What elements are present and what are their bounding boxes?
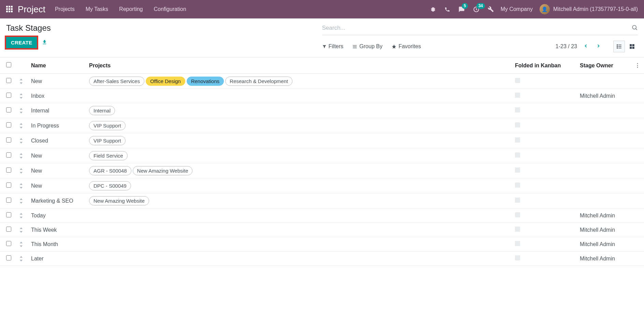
drag-handle-icon[interactable] [18, 138, 24, 144]
project-tag[interactable]: Renovations [187, 77, 224, 86]
table-row[interactable]: InternalInternal [0, 103, 644, 118]
table-row[interactable]: Marketing & SEONew Amazing Website [0, 193, 644, 208]
table-row[interactable]: NewDPC - S00049 [0, 178, 644, 193]
row-checkbox[interactable] [6, 122, 11, 127]
drag-handle-icon[interactable] [18, 168, 24, 174]
folded-indicator [515, 122, 520, 127]
row-checkbox[interactable] [6, 93, 11, 98]
row-checkbox[interactable] [6, 183, 11, 188]
nav-reporting[interactable]: Reporting [119, 6, 143, 12]
groupby-button[interactable]: Group By [352, 43, 383, 50]
stage-projects [86, 208, 512, 223]
table-row[interactable]: In ProgressVIP Support [0, 118, 644, 133]
table-row[interactable]: TodayMitchell Admin [0, 208, 644, 223]
drag-handle-icon[interactable] [18, 79, 24, 84]
svg-rect-1 [9, 6, 10, 8]
row-checkbox[interactable] [6, 212, 11, 217]
drag-handle-icon[interactable] [18, 227, 24, 233]
user-name: Mitchell Admin (17357797-15-0-all) [553, 6, 638, 12]
columns-menu-icon[interactable]: ⋮ [635, 63, 640, 68]
table-row[interactable]: InboxMitchell Admin [0, 89, 644, 103]
row-checkbox[interactable] [6, 137, 11, 143]
drag-handle-icon[interactable] [18, 198, 24, 204]
row-checkbox[interactable] [6, 152, 11, 158]
project-tag[interactable]: DPC - S00049 [89, 181, 131, 190]
drag-handle-icon[interactable] [18, 256, 24, 261]
pager-prev[interactable] [582, 42, 590, 51]
folded-indicator [515, 255, 520, 260]
stage-projects [86, 89, 512, 103]
project-tag[interactable]: VIP Support [89, 121, 126, 130]
svg-rect-21 [630, 44, 632, 46]
view-kanban-button[interactable] [626, 41, 638, 52]
drag-handle-icon[interactable] [18, 108, 24, 113]
table-row[interactable]: NewField Service [0, 148, 644, 163]
view-list-button[interactable] [613, 41, 625, 52]
row-checkbox[interactable] [6, 167, 11, 173]
table-row[interactable]: ClosedVIP Support [0, 133, 644, 148]
drag-handle-icon[interactable] [18, 123, 24, 129]
drag-handle-icon[interactable] [18, 93, 24, 99]
project-tag[interactable]: New Amazing Website [133, 166, 193, 175]
stage-owner: Mitchell Admin [576, 223, 631, 237]
tools-icon[interactable] [488, 6, 494, 12]
col-owner[interactable]: Stage Owner [576, 57, 631, 74]
folded-indicator [515, 212, 520, 217]
table-row[interactable]: NewAfter-Sales ServicesOffice DesignReno… [0, 74, 644, 89]
svg-point-10 [632, 25, 636, 29]
row-checkbox[interactable] [6, 227, 11, 232]
phone-icon[interactable] [444, 6, 450, 12]
activities-icon[interactable]: 34 [473, 6, 480, 13]
svg-rect-6 [6, 11, 8, 12]
apps-icon[interactable] [6, 6, 13, 13]
debug-icon[interactable] [430, 6, 436, 12]
stage-projects: AGR - S00048New Amazing Website [86, 163, 512, 178]
pager-next[interactable] [595, 42, 602, 51]
project-tag[interactable]: Internal [89, 106, 115, 115]
table-row[interactable]: This MonthMitchell Admin [0, 237, 644, 252]
nav-projects[interactable]: Projects [55, 6, 75, 12]
pager-text[interactable]: 1-23 / 23 [556, 43, 577, 50]
search-icon[interactable] [631, 24, 638, 32]
create-button[interactable]: CREATE [6, 37, 37, 48]
favorites-button[interactable]: Favorites [391, 43, 421, 50]
svg-rect-18 [618, 46, 621, 47]
project-tag[interactable]: Research & Development [225, 77, 292, 86]
svg-rect-7 [9, 11, 10, 12]
download-icon[interactable] [42, 39, 47, 46]
col-projects[interactable]: Projects [86, 57, 512, 74]
row-checkbox[interactable] [6, 78, 11, 83]
messages-icon[interactable]: 5 [458, 6, 465, 13]
project-tag[interactable]: VIP Support [89, 136, 126, 145]
app-brand[interactable]: Project [18, 4, 45, 15]
row-checkbox[interactable] [6, 198, 11, 203]
row-checkbox[interactable] [6, 241, 11, 246]
project-tag[interactable]: After-Sales Services [89, 77, 144, 86]
row-checkbox[interactable] [6, 107, 11, 112]
project-tag[interactable]: Field Service [89, 151, 128, 160]
table-row[interactable]: NewAGR - S00048New Amazing Website [0, 163, 644, 178]
row-checkbox[interactable] [6, 255, 11, 260]
project-tag[interactable]: AGR - S00048 [89, 166, 131, 175]
stage-name: Marketing & SEO [28, 193, 86, 208]
table-row[interactable]: This WeekMitchell Admin [0, 223, 644, 237]
project-tag[interactable]: New Amazing Website [89, 196, 149, 205]
drag-handle-icon[interactable] [18, 242, 24, 247]
nav-configuration[interactable]: Configuration [154, 6, 186, 12]
drag-handle-icon[interactable] [18, 183, 24, 189]
project-tag[interactable]: Office Design [146, 77, 185, 86]
search-input[interactable] [322, 23, 632, 33]
company-selector[interactable]: My Company [501, 6, 533, 12]
col-folded[interactable]: Folded in Kanban [512, 57, 576, 74]
drag-handle-icon[interactable] [18, 213, 24, 218]
table-row[interactable]: LaterMitchell Admin [0, 252, 644, 266]
svg-rect-24 [632, 47, 634, 49]
user-menu[interactable]: 👤 Mitchell Admin (17357797-15-0-all) [540, 4, 638, 14]
select-all-checkbox[interactable] [6, 62, 11, 67]
drag-handle-icon[interactable] [18, 153, 24, 159]
folded-indicator [515, 78, 520, 83]
nav-my-tasks[interactable]: My Tasks [86, 6, 108, 12]
folded-indicator [515, 241, 520, 246]
filters-button[interactable]: Filters [322, 43, 344, 50]
col-name[interactable]: Name [28, 57, 86, 74]
